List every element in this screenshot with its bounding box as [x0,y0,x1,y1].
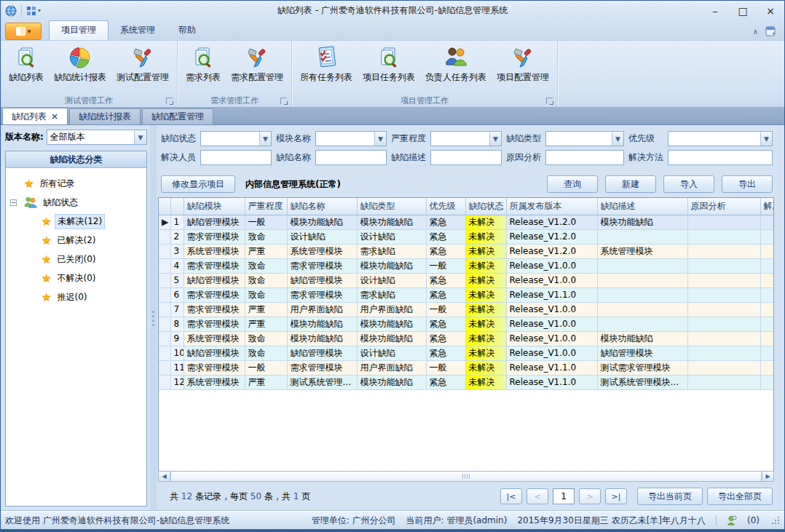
export-all-pages-button[interactable]: 导出全部页 [707,488,773,505]
ribbon-button-缺陷列表[interactable]: 缺陷列表 [4,42,49,85]
action-button-导入[interactable]: 导入 [663,175,714,193]
tree-item-所有记录[interactable]: ★所有记录 [9,174,143,193]
filter-input[interactable] [546,151,623,164]
filter-input[interactable] [668,151,772,164]
table-row[interactable]: 11需求管理模块一般需求管理模块用户界面缺陷一般未解决Release_V1.1.… [159,360,774,375]
chevron-down-icon[interactable]: ▼ [259,132,271,146]
scroll-left-icon[interactable]: ◀ [159,472,170,481]
action-button-导出[interactable]: 导出 [722,175,773,193]
ribbon-button-测试配置管理[interactable]: 测试配置管理 [111,42,174,85]
table-row[interactable]: 2需求管理模块致命设计缺陷设计缺陷紧急未解决Release_V1.2.0 [159,229,774,244]
sidebar-splitter[interactable] [150,125,157,511]
column-header-原因分析[interactable]: 原因分析 [687,198,760,215]
export-current-page-button[interactable]: 导出当前页 [637,488,703,505]
dialog-launcher-icon[interactable] [166,98,173,104]
prev-page-button[interactable]: < [526,488,548,504]
tree-item-缺陷状态[interactable]: −缺陷状态 [9,193,143,212]
tree-collapse-icon[interactable]: − [10,199,17,206]
dialog-launcher-icon[interactable] [546,98,553,104]
layout-grid-icon[interactable]: ▾ [26,6,41,16]
chevron-down-icon[interactable]: ▼ [134,130,146,144]
doc-tab-缺陷统计报表[interactable]: 缺陷统计报表 [69,108,141,124]
dialog-launcher-icon[interactable] [280,98,287,104]
column-header-严重程度[interactable]: 严重程度 [245,198,287,215]
ribbon-button-项目任务列表[interactable]: 项目任务列表 [358,42,420,85]
filter-input[interactable] [316,151,386,164]
column-header-缺陷模块[interactable]: 缺陷模块 [184,198,245,215]
table-row[interactable]: 9系统管理模块致命模块功能缺陷模块功能缺陷紧急未解决Release_V1.0.0… [159,331,774,346]
filter-dropdown-严重程度[interactable]: ▼ [430,131,502,146]
tree-item-已解决(2)[interactable]: ★已解决(2) [9,231,143,250]
tree-item-已关闭(0)[interactable]: ★已关闭(0) [9,250,143,269]
page-number-input[interactable] [553,488,575,504]
table-row[interactable]: 5缺陷管理模块致命缺陷管理模块设计缺陷紧急未解决Release_V1.0.0 [159,273,774,287]
table-row[interactable]: 12系统管理模块严重测试系统管理...模块功能缺陷紧急未解决Release_V1… [159,375,774,389]
table-row[interactable]: ▶1缺陷管理模块一般模块功能缺陷模块功能缺陷紧急未解决Release_V1.2.… [159,215,774,229]
filter-input[interactable] [546,132,612,146]
table-row[interactable]: 10缺陷管理模块致命缺陷管理模块设计缺陷紧急未解决Release_V1.0.0缺… [159,346,774,360]
scrollbar-thumb[interactable] [170,472,762,481]
user-status-icon[interactable] [727,515,737,525]
column-header-缺陷描述[interactable]: 缺陷描述 [597,198,687,215]
ribbon-tab-帮助[interactable]: 帮助 [167,21,208,40]
table-row[interactable]: 8需求管理模块严重模块功能缺陷模块功能缺陷紧急未解决Release_V1.0.0 [159,317,774,331]
table-row[interactable]: 4需求管理模块致命需求管理模块模块功能缺陷一般未解决Release_V1.0.0 [159,258,774,273]
horizontal-scrollbar[interactable]: ◀ ▶ [158,471,774,482]
ribbon-button-项目配置管理[interactable]: 项目配置管理 [492,42,554,85]
filter-input[interactable] [431,132,489,146]
chevron-down-icon[interactable]: ▼ [374,132,386,146]
scroll-right-icon[interactable]: ▶ [762,472,773,481]
chevron-down-icon[interactable]: ▼ [760,132,772,146]
ribbon-button-需求配置管理[interactable]: 需求配置管理 [226,42,288,85]
table-row[interactable]: 7需求管理模块严重用户界面缺陷用户界面缺陷一般未解决Release_V1.0.0 [159,302,774,317]
filter-dropdown-模块名称[interactable]: ▼ [315,131,387,146]
filter-input[interactable] [431,151,501,164]
filter-input-解决方法[interactable] [668,150,773,165]
ribbon-button-缺陷统计报表[interactable]: 缺陷统计报表 [49,42,111,85]
ribbon-tab-项目管理[interactable]: 项目管理 [49,20,109,40]
chevron-down-icon[interactable]: ▼ [612,132,623,146]
maximize-button[interactable]: □ [729,1,757,20]
ribbon-button-所有任务列表[interactable]: 所有任务列表 [295,42,358,85]
column-header-解决方法[interactable]: 解决方法 [760,198,774,215]
next-page-button[interactable]: > [579,488,601,504]
ribbon-collapse-icon[interactable]: ∧ [753,28,758,36]
filter-input-原因分析[interactable] [545,150,624,165]
ribbon-button-负责人任务列表[interactable]: 负责人任务列表 [420,42,492,85]
filter-input-缺陷描述[interactable] [430,150,502,165]
filter-input-缺陷名称[interactable] [315,150,387,165]
filter-dropdown-优先级[interactable]: ▼ [668,131,773,146]
filter-input[interactable] [668,132,760,146]
chevron-down-icon[interactable]: ▼ [489,132,501,146]
column-header-缺陷状态[interactable]: 缺陷状态 [465,198,506,215]
resize-grip[interactable] [771,516,780,525]
first-page-button[interactable]: |< [500,488,522,504]
minimize-button[interactable]: – [701,1,729,20]
doc-tab-缺陷列表[interactable]: 缺陷列表× [2,108,68,124]
column-header-缺陷名称[interactable]: 缺陷名称 [287,198,357,215]
action-button-查询[interactable]: 查询 [547,175,598,193]
last-page-button[interactable]: >| [605,488,627,504]
filter-input[interactable] [316,132,374,146]
column-header-所属发布版本[interactable]: 所属发布版本 [506,198,597,215]
doc-tab-缺陷配置管理[interactable]: 缺陷配置管理 [142,108,213,124]
ribbon-tab-系统管理[interactable]: 系统管理 [109,21,167,40]
action-button-新建[interactable]: 新建 [605,175,656,193]
filter-input[interactable] [201,151,271,164]
column-header-优先级[interactable]: 优先级 [426,198,465,215]
filter-dropdown-缺陷状态[interactable]: ▼ [200,131,272,146]
table-row[interactable]: 3系统管理模块严重系统管理模块需求缺陷紧急未解决Release_V1.2.0系统… [159,244,774,258]
tab-close-icon[interactable]: × [51,111,58,122]
filter-dropdown-缺陷类型[interactable]: ▼ [545,131,624,146]
close-button[interactable]: × [757,1,784,20]
filter-input-解决人员[interactable] [200,150,272,165]
column-header-缺陷类型[interactable]: 缺陷类型 [357,198,426,215]
globe-icon[interactable] [5,5,17,17]
modify-display-items-button[interactable]: 修改显示项目 [161,175,235,193]
table-row[interactable]: 6需求管理模块致命需求管理模块需求缺陷紧急未解决Release_V1.1.0 [159,287,774,302]
application-menu-button[interactable]: ▾ [5,23,42,40]
message-count-badge[interactable]: (0) [747,515,760,525]
window-switch-icon[interactable] [765,26,777,37]
ribbon-button-需求列表[interactable]: 需求列表 [181,42,226,85]
tree-item-推迟(0)[interactable]: ★推迟(0) [9,287,143,306]
